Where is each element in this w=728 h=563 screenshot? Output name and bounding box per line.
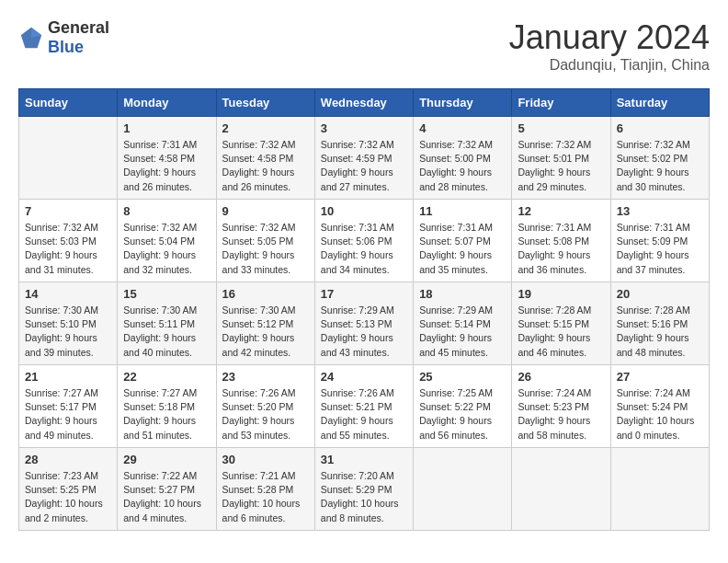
day-number: 26: [518, 370, 604, 384]
day-number: 22: [123, 370, 210, 384]
weekday-header-row: SundayMondayTuesdayWednesdayThursdayFrid…: [19, 89, 710, 117]
cell-daylight-info: Sunrise: 7:28 AM Sunset: 5:15 PM Dayligh…: [518, 304, 604, 360]
calendar-cell: 15Sunrise: 7:30 AM Sunset: 5:11 PM Dayli…: [118, 282, 216, 365]
day-number: 2: [222, 121, 309, 135]
month-title: January 2024: [509, 18, 710, 57]
cell-daylight-info: Sunrise: 7:32 AM Sunset: 5:01 PM Dayligh…: [518, 138, 604, 194]
cell-daylight-info: Sunrise: 7:22 AM Sunset: 5:27 PM Dayligh…: [123, 469, 210, 525]
calendar-cell: 6Sunrise: 7:32 AM Sunset: 5:02 PM Daylig…: [610, 117, 709, 200]
cell-daylight-info: Sunrise: 7:30 AM Sunset: 5:11 PM Dayligh…: [123, 304, 210, 360]
calendar-cell: 3Sunrise: 7:32 AM Sunset: 4:59 PM Daylig…: [314, 117, 413, 200]
calendar-cell: [19, 117, 118, 200]
weekday-header-monday: Monday: [118, 89, 216, 117]
calendar-week-row: 21Sunrise: 7:27 AM Sunset: 5:17 PM Dayli…: [19, 365, 710, 448]
cell-daylight-info: Sunrise: 7:28 AM Sunset: 5:16 PM Dayligh…: [617, 304, 703, 360]
cell-daylight-info: Sunrise: 7:31 AM Sunset: 5:09 PM Dayligh…: [617, 221, 703, 277]
day-number: 27: [617, 370, 703, 384]
cell-daylight-info: Sunrise: 7:30 AM Sunset: 5:12 PM Dayligh…: [222, 304, 309, 360]
calendar-cell: 25Sunrise: 7:25 AM Sunset: 5:22 PM Dayli…: [414, 365, 512, 448]
day-number: 8: [123, 204, 210, 218]
calendar-cell: 14Sunrise: 7:30 AM Sunset: 5:10 PM Dayli…: [19, 282, 118, 365]
day-number: 30: [222, 453, 309, 466]
calendar-cell: 9Sunrise: 7:32 AM Sunset: 5:05 PM Daylig…: [216, 200, 314, 282]
cell-daylight-info: Sunrise: 7:31 AM Sunset: 5:06 PM Dayligh…: [321, 221, 407, 277]
location: Dadunqiu, Tianjin, China: [509, 57, 710, 74]
cell-daylight-info: Sunrise: 7:24 AM Sunset: 5:24 PM Dayligh…: [617, 386, 703, 442]
calendar-cell: 17Sunrise: 7:29 AM Sunset: 5:13 PM Dayli…: [314, 282, 413, 365]
day-number: 10: [321, 204, 407, 218]
cell-daylight-info: Sunrise: 7:20 AM Sunset: 5:29 PM Dayligh…: [321, 469, 407, 525]
cell-daylight-info: Sunrise: 7:31 AM Sunset: 5:08 PM Dayligh…: [518, 221, 604, 277]
calendar-cell: 18Sunrise: 7:29 AM Sunset: 5:14 PM Dayli…: [414, 282, 512, 365]
cell-daylight-info: Sunrise: 7:23 AM Sunset: 5:25 PM Dayligh…: [25, 469, 111, 525]
day-number: 24: [321, 370, 407, 384]
calendar-cell: 22Sunrise: 7:27 AM Sunset: 5:18 PM Dayli…: [118, 365, 216, 448]
calendar-cell: 8Sunrise: 7:32 AM Sunset: 5:04 PM Daylig…: [118, 200, 216, 282]
calendar-cell: 11Sunrise: 7:31 AM Sunset: 5:07 PM Dayli…: [414, 200, 512, 282]
calendar-cell: 4Sunrise: 7:32 AM Sunset: 5:00 PM Daylig…: [414, 117, 512, 200]
cell-daylight-info: Sunrise: 7:27 AM Sunset: 5:18 PM Dayligh…: [123, 386, 210, 442]
cell-daylight-info: Sunrise: 7:31 AM Sunset: 5:07 PM Dayligh…: [419, 221, 506, 277]
calendar-cell: 10Sunrise: 7:31 AM Sunset: 5:06 PM Dayli…: [314, 200, 413, 282]
day-number: 14: [25, 287, 111, 301]
day-number: 12: [518, 204, 604, 218]
calendar-cell: 31Sunrise: 7:20 AM Sunset: 5:29 PM Dayli…: [314, 448, 413, 531]
day-number: 7: [25, 204, 111, 218]
weekday-header-friday: Friday: [512, 89, 610, 117]
calendar-cell: 30Sunrise: 7:21 AM Sunset: 5:28 PM Dayli…: [216, 448, 314, 531]
day-number: 9: [222, 204, 309, 218]
logo-icon: [18, 25, 44, 51]
cell-daylight-info: Sunrise: 7:32 AM Sunset: 5:02 PM Dayligh…: [617, 138, 703, 194]
logo: General Blue: [18, 18, 109, 57]
cell-daylight-info: Sunrise: 7:32 AM Sunset: 5:05 PM Dayligh…: [222, 221, 309, 277]
cell-daylight-info: Sunrise: 7:25 AM Sunset: 5:22 PM Dayligh…: [419, 386, 506, 442]
calendar-table: SundayMondayTuesdayWednesdayThursdayFrid…: [18, 88, 710, 531]
calendar-cell: 29Sunrise: 7:22 AM Sunset: 5:27 PM Dayli…: [118, 448, 216, 531]
calendar-cell: [512, 448, 610, 531]
weekday-header-sunday: Sunday: [19, 89, 118, 117]
day-number: 1: [123, 121, 210, 135]
calendar-week-row: 28Sunrise: 7:23 AM Sunset: 5:25 PM Dayli…: [19, 448, 710, 531]
title-block: January 2024 Dadunqiu, Tianjin, China: [509, 18, 710, 74]
cell-daylight-info: Sunrise: 7:27 AM Sunset: 5:17 PM Dayligh…: [25, 386, 111, 442]
calendar-cell: 19Sunrise: 7:28 AM Sunset: 5:15 PM Dayli…: [512, 282, 610, 365]
calendar-cell: 12Sunrise: 7:31 AM Sunset: 5:08 PM Dayli…: [512, 200, 610, 282]
cell-daylight-info: Sunrise: 7:21 AM Sunset: 5:28 PM Dayligh…: [222, 469, 309, 525]
day-number: 28: [25, 453, 111, 466]
day-number: 3: [321, 121, 407, 135]
day-number: 31: [321, 453, 407, 466]
day-number: 18: [419, 287, 506, 301]
day-number: 19: [518, 287, 604, 301]
day-number: 20: [617, 287, 703, 301]
cell-daylight-info: Sunrise: 7:26 AM Sunset: 5:21 PM Dayligh…: [321, 386, 407, 442]
calendar-cell: 26Sunrise: 7:24 AM Sunset: 5:23 PM Dayli…: [512, 365, 610, 448]
cell-daylight-info: Sunrise: 7:32 AM Sunset: 5:00 PM Dayligh…: [419, 138, 506, 194]
day-number: 25: [419, 370, 506, 384]
calendar-cell: 1Sunrise: 7:31 AM Sunset: 4:58 PM Daylig…: [118, 117, 216, 200]
cell-daylight-info: Sunrise: 7:31 AM Sunset: 4:58 PM Dayligh…: [123, 138, 210, 194]
calendar-cell: 13Sunrise: 7:31 AM Sunset: 5:09 PM Dayli…: [610, 200, 709, 282]
day-number: 11: [419, 204, 506, 218]
calendar-cell: [610, 448, 709, 531]
logo-blue-text: Blue: [48, 38, 84, 56]
calendar-cell: [414, 448, 512, 531]
calendar-cell: 24Sunrise: 7:26 AM Sunset: 5:21 PM Dayli…: [314, 365, 413, 448]
day-number: 23: [222, 370, 309, 384]
calendar-cell: 2Sunrise: 7:32 AM Sunset: 4:58 PM Daylig…: [216, 117, 314, 200]
day-number: 4: [419, 121, 506, 135]
day-number: 16: [222, 287, 309, 301]
weekday-header-tuesday: Tuesday: [216, 89, 314, 117]
calendar-week-row: 14Sunrise: 7:30 AM Sunset: 5:10 PM Dayli…: [19, 282, 710, 365]
day-number: 5: [518, 121, 604, 135]
calendar-cell: 5Sunrise: 7:32 AM Sunset: 5:01 PM Daylig…: [512, 117, 610, 200]
cell-daylight-info: Sunrise: 7:32 AM Sunset: 5:03 PM Dayligh…: [25, 221, 111, 277]
calendar-cell: 23Sunrise: 7:26 AM Sunset: 5:20 PM Dayli…: [216, 365, 314, 448]
calendar-cell: 21Sunrise: 7:27 AM Sunset: 5:17 PM Dayli…: [19, 365, 118, 448]
page-header: General Blue January 2024 Dadunqiu, Tian…: [18, 18, 710, 74]
calendar-week-row: 7Sunrise: 7:32 AM Sunset: 5:03 PM Daylig…: [19, 200, 710, 282]
day-number: 13: [617, 204, 703, 218]
calendar-cell: 7Sunrise: 7:32 AM Sunset: 5:03 PM Daylig…: [19, 200, 118, 282]
weekday-header-saturday: Saturday: [610, 89, 709, 117]
weekday-header-thursday: Thursday: [414, 89, 512, 117]
calendar-cell: 16Sunrise: 7:30 AM Sunset: 5:12 PM Dayli…: [216, 282, 314, 365]
